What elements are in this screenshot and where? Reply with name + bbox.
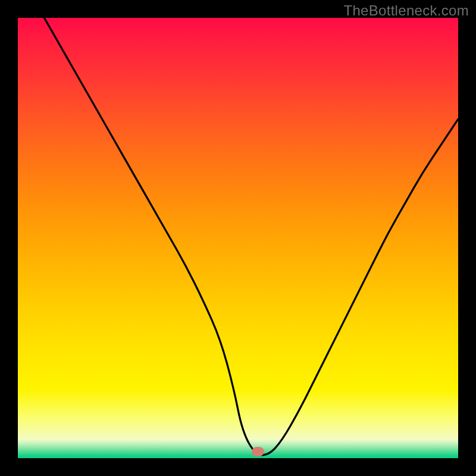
chart-frame: TheBottleneck.com xyxy=(0,0,476,476)
curve-path xyxy=(44,18,458,455)
bottleneck-curve xyxy=(18,18,458,458)
watermark-text: TheBottleneck.com xyxy=(343,2,469,19)
min-marker xyxy=(252,447,264,456)
plot-area xyxy=(18,18,458,458)
